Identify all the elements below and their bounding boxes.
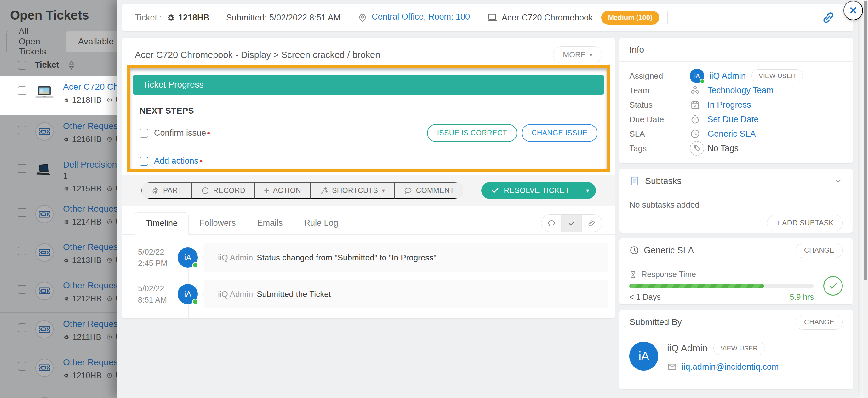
tab-emails[interactable]: Emails (247, 212, 293, 234)
add-actions-label[interactable]: Add actions (154, 156, 198, 166)
chromebook-photo-icon (35, 83, 54, 101)
view-user-button[interactable]: VIEW USER (713, 342, 765, 355)
timeline-event-card: iiQ Admin Status changed from "Submitted… (204, 243, 609, 272)
clock-icon (629, 245, 639, 255)
sla-met-check-icon (823, 276, 843, 296)
close-icon: ✕ (849, 4, 858, 17)
ticket-list-row[interactable]: Acer C720 Chro 1218HB Up (0, 75, 126, 115)
comment-bubble-icon (404, 186, 412, 195)
tab-rule-log[interactable]: Rule Log (293, 212, 349, 234)
sla-progress-fill (629, 284, 764, 288)
filter-attachments-button[interactable] (582, 215, 602, 232)
part-label: PART (163, 186, 182, 195)
comment-label: COMMENT (416, 186, 455, 195)
timeline-date: 5/02/22 (138, 246, 173, 257)
ticket-id: 1218HB (178, 13, 210, 23)
subtasks-card: Subtasks No subtasks added + ADD SUBTASK (619, 169, 853, 233)
sla-card: Generic SLA CHANGE Response Time < 1 D (619, 238, 853, 305)
submitter-email-link[interactable]: iiq.admin@incidentiq.com (682, 362, 779, 372)
tags-value: No Tags (707, 144, 739, 153)
sla-metric-label: Response Time (641, 270, 696, 279)
status-link[interactable]: In Progress (707, 100, 751, 110)
info-row-due-date: Due Date Set Due Date (629, 112, 843, 127)
tab-timeline[interactable]: Timeline (135, 212, 189, 235)
confirm-issue-label: Confirm issue (154, 128, 206, 138)
info-title: Info (629, 45, 644, 55)
sla-link[interactable]: Generic SLA (707, 129, 755, 139)
ticket-progress-title: Ticket Progress (143, 80, 204, 90)
timeline-event-text: Submitted the Ticket (257, 289, 331, 299)
subtasks-header: Subtasks (619, 169, 853, 193)
submitted-by-change-button[interactable]: CHANGE (796, 314, 843, 330)
view-user-button[interactable]: VIEW USER (751, 69, 803, 83)
page-scrollbar[interactable] (863, 0, 868, 398)
record-button[interactable]: RECORD (191, 182, 254, 199)
part-button[interactable]: PART (142, 182, 191, 199)
online-status-dot (192, 262, 198, 268)
ticket-header-bar: Ticket : 1218HB Submitted: 5/02/2022 8:5… (122, 4, 853, 31)
tab-followers[interactable]: Followers (189, 212, 247, 234)
info-label: Assigned (629, 71, 690, 81)
modal-backdrop[interactable] (0, 0, 132, 398)
ticket-detail-modal: Ticket : 1218HB Submitted: 5/02/2022 8:5… (117, 0, 858, 398)
ticket-title-link[interactable]: Acer C720 Chro (63, 82, 126, 92)
timeline-filter-group (541, 214, 602, 232)
timeline-user: iiQ Admin (218, 253, 253, 263)
due-date-link[interactable]: Set Due Date (707, 115, 758, 124)
add-subtask-button[interactable]: + ADD SUBTASK (767, 215, 843, 232)
scrollbar-thumb[interactable] (864, 1, 867, 280)
plus-icon: + (264, 186, 269, 195)
info-row-team: Team Technology Team (629, 83, 843, 98)
chevron-down-icon: ▾ (586, 187, 589, 194)
next-steps-heading: NEXT STEPS (140, 106, 604, 116)
add-actions-checkbox[interactable] (140, 157, 148, 165)
stopwatch-icon (690, 114, 707, 125)
avatar: iA (178, 247, 198, 268)
filter-comments-button[interactable] (541, 215, 562, 232)
issue-is-correct-button[interactable]: ISSUE IS CORRECT (427, 124, 517, 142)
assigned-user-link[interactable]: iiQ Admin (709, 71, 746, 81)
resolve-dropdown-toggle[interactable]: ▾ (579, 182, 596, 199)
confirm-issue-checkbox[interactable] (140, 129, 148, 137)
timeline-list: 5/02/22 2:45 PM iA iiQ Admin Status chan… (122, 235, 615, 308)
ticket-label: Ticket : (135, 13, 162, 23)
chevron-down-icon[interactable] (833, 176, 843, 186)
submitted-by-header: Submitted By CHANGE (619, 310, 853, 334)
comment-button[interactable]: COMMENT (394, 182, 463, 199)
info-row-assigned: Assigned iA iiQ Admin VIEW USER (629, 69, 843, 83)
timeline-timestamp: 5/02/22 2:45 PM (138, 246, 173, 269)
chevron-down-icon: ▾ (589, 51, 592, 59)
more-button[interactable]: MORE ▾ (553, 46, 602, 63)
subtasks-title: Subtasks (645, 176, 681, 186)
location-link[interactable]: Central Office, Room: 100 (372, 12, 470, 23)
more-label: MORE (563, 50, 586, 59)
avatar: iA (629, 342, 658, 371)
shortcuts-button[interactable]: SHORTCUTS ▾ (310, 182, 394, 199)
info-row-status: Status In Progress (629, 98, 843, 112)
close-modal-button[interactable]: ✕ (843, 1, 863, 20)
resolve-ticket-button[interactable]: RESOLVE TICKET ▾ (481, 182, 596, 199)
comment-bubble-icon (547, 219, 556, 227)
filter-events-button[interactable] (562, 215, 582, 232)
info-header: Info (619, 38, 853, 62)
tag-icon[interactable] (690, 141, 704, 156)
info-label: Team (629, 86, 690, 95)
row-checkbox[interactable] (18, 86, 27, 95)
toolbar-button-group: PART RECORD + ACTION SHORTCUTS ▾ (141, 182, 463, 199)
email-envelope-icon (667, 362, 677, 372)
sla-change-button[interactable]: CHANGE (796, 243, 843, 258)
action-button[interactable]: + ACTION (254, 182, 310, 199)
sla-target: < 1 Days (629, 293, 660, 302)
avatar: iA (178, 284, 198, 304)
divider (349, 11, 349, 24)
action-label: ACTION (273, 186, 301, 195)
status-calendar-icon (690, 99, 707, 110)
asset-name[interactable]: Acer C720 Chromebook (502, 13, 593, 23)
avatar: iA (690, 69, 704, 83)
copy-link-icon[interactable] (822, 11, 835, 25)
change-issue-button[interactable]: CHANGE ISSUE (522, 124, 597, 142)
team-link[interactable]: Technology Team (707, 86, 774, 95)
info-label: Due Date (629, 115, 690, 124)
ticket-sidebar-column: Info Assigned iA iiQ Admin VIEW USER Tea… (619, 38, 853, 395)
timeline-event-card: iiQ Admin Submitted the Ticket (204, 280, 609, 308)
